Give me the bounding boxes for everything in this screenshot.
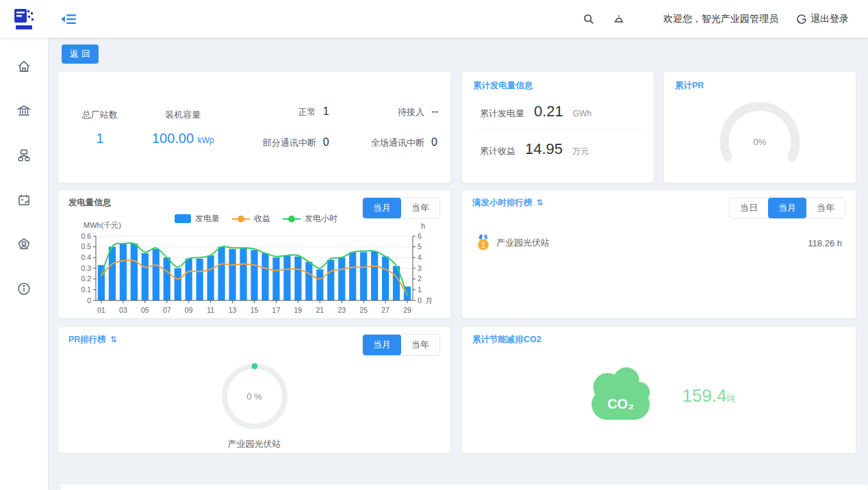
total-stations-value: 1 bbox=[65, 131, 135, 146]
right-axis-label: h bbox=[421, 222, 425, 230]
svg-text:17: 17 bbox=[272, 306, 281, 314]
left-axis-label: MWh(千元) bbox=[84, 220, 121, 231]
svg-text:25: 25 bbox=[359, 306, 368, 314]
co2-cloud-icon: CO₂ bbox=[582, 355, 663, 436]
status-full-interrupt: 全场通讯中断 0 bbox=[363, 136, 444, 149]
sidebar-item-home[interactable] bbox=[10, 53, 38, 80]
svg-text:6: 6 bbox=[418, 232, 422, 240]
pr-gauge-value: 0% bbox=[675, 137, 845, 147]
capacity-value: 100.00 kWp bbox=[135, 131, 231, 146]
search-icon[interactable] bbox=[583, 13, 595, 25]
generation-chart-title: 发电量信息 bbox=[68, 197, 112, 209]
medal-rank1-icon: 1 bbox=[476, 234, 491, 252]
cumulative-generation-title: 累计发电量信息 bbox=[473, 80, 643, 92]
hours-swatch bbox=[283, 218, 301, 220]
rank-row: 1 产业园光伏站 118.26 h bbox=[472, 234, 845, 252]
sidebar-item-calendar[interactable] bbox=[10, 186, 38, 214]
co2-title: 累计节能减排CO2 bbox=[472, 334, 845, 346]
pr-donut-value: 0 % bbox=[217, 391, 292, 402]
pr-rank-card: PR排行榜⇅ 当月 当年 0 % 产业园光伏站 bbox=[58, 327, 450, 453]
tab-current-year[interactable]: 当年 bbox=[401, 335, 439, 355]
generation-chart-svg: 000.110.220.330.440.550.66月0103050709111… bbox=[68, 232, 440, 315]
logout-button[interactable]: 退出登录 bbox=[796, 13, 849, 25]
sort-icon[interactable]: ⇅ bbox=[110, 335, 117, 344]
sidebar-item-topology[interactable] bbox=[10, 142, 38, 169]
co2-card: 累计节能减排CO2 CO₂ 159.4吨 bbox=[462, 327, 856, 453]
rank-station-name: 产业园光伏站 bbox=[496, 237, 550, 249]
sidebar-item-enterprise[interactable] bbox=[10, 97, 38, 125]
legend-generation[interactable]: 发电量 bbox=[175, 213, 220, 224]
badge-icon bbox=[16, 237, 31, 252]
svg-text:27: 27 bbox=[381, 306, 390, 314]
tab-current-month[interactable]: 当月 bbox=[363, 335, 401, 355]
pr-donut-dot bbox=[251, 363, 257, 370]
sidebar-item-badge[interactable] bbox=[10, 231, 38, 258]
revenue-swatch bbox=[232, 218, 250, 220]
left-sidebar bbox=[0, 38, 48, 490]
co2-value: 159.4 bbox=[682, 385, 726, 406]
top-header: 欢迎您，智光产业园管理员 退出登录 bbox=[0, 0, 868, 38]
svg-text:0: 0 bbox=[87, 296, 91, 305]
svg-text:09: 09 bbox=[185, 306, 193, 314]
svg-text:07: 07 bbox=[163, 306, 171, 314]
sidebar-item-info[interactable] bbox=[10, 275, 38, 302]
revenue-swatch-dot bbox=[238, 216, 244, 222]
home-icon bbox=[16, 59, 31, 74]
rank-number: 1 bbox=[481, 242, 485, 249]
svg-text:05: 05 bbox=[141, 306, 149, 314]
pr-donut-station: 产业园光伏站 bbox=[228, 438, 281, 450]
logo-icon bbox=[12, 7, 36, 31]
station-overview-card: 总厂站数 1 装机容量 100.00 kWp 正常 1 部分通讯中断 0 待接入… bbox=[58, 72, 450, 183]
pr-gauge-arc bbox=[724, 106, 795, 157]
capacity-label: 装机容量 bbox=[135, 109, 231, 121]
tab-current-month[interactable]: 当月 bbox=[768, 198, 806, 218]
cloud-shape bbox=[592, 368, 650, 420]
legend-revenue[interactable]: 收益 bbox=[232, 213, 270, 224]
tab-current-day[interactable]: 当日 bbox=[730, 198, 768, 218]
svg-text:29: 29 bbox=[403, 306, 411, 314]
cumulative-generation-card: 累计发电量信息 累计发电量 0.21 GWh 累计收益 14.95 万元 bbox=[462, 72, 654, 183]
tab-current-year[interactable]: 当年 bbox=[806, 198, 845, 218]
cumulative-pr-title: 累计PR bbox=[675, 80, 845, 92]
topology-icon bbox=[16, 148, 31, 163]
svg-text:月: 月 bbox=[425, 296, 433, 305]
svg-text:0.2: 0.2 bbox=[81, 274, 91, 283]
full-hours-rank-card: 满发小时排行榜⇅ 当日 当月 当年 1 产业园光伏站 118.26 h bbox=[462, 190, 856, 318]
svg-text:13: 13 bbox=[229, 306, 237, 314]
alarm-icon[interactable] bbox=[613, 13, 625, 25]
generation-swatch bbox=[175, 214, 191, 223]
back-button[interactable]: 返回 bbox=[62, 44, 99, 64]
svg-text:0.6: 0.6 bbox=[81, 232, 91, 240]
generation-chart-card: 发电量信息 当月 当年 发电量 收益 发电小时 MWh(千元) h 00 bbox=[58, 190, 450, 318]
tab-current-year[interactable]: 当年 bbox=[401, 198, 439, 218]
logout-label: 退出登录 bbox=[810, 13, 849, 25]
tab-current-month[interactable]: 当月 bbox=[363, 198, 401, 218]
svg-text:11: 11 bbox=[207, 306, 214, 314]
svg-text:01: 01 bbox=[97, 306, 105, 314]
calendar-check-icon bbox=[16, 192, 31, 207]
info-icon bbox=[16, 281, 31, 296]
pr-rank-title: PR排行榜⇅ bbox=[68, 334, 117, 346]
hours-swatch-dot bbox=[288, 216, 295, 222]
svg-text:2: 2 bbox=[418, 274, 422, 283]
legend-hours[interactable]: 发电小时 bbox=[283, 213, 337, 224]
app-logo[interactable] bbox=[0, 7, 48, 31]
rank-station-value: 118.26 h bbox=[808, 238, 842, 248]
full-hours-period-tabs: 当日 当月 当年 bbox=[729, 197, 845, 219]
welcome-text: 欢迎您，智光产业园管理员 bbox=[663, 13, 778, 25]
svg-text:21: 21 bbox=[316, 306, 324, 314]
status-partial-interrupt: 部分通讯中断 0 bbox=[254, 136, 335, 149]
svg-text:0: 0 bbox=[418, 296, 422, 305]
svg-text:23: 23 bbox=[337, 306, 346, 314]
sidebar-collapse-button[interactable] bbox=[60, 12, 77, 26]
co2-cloud-label: CO₂ bbox=[608, 396, 635, 411]
svg-text:19: 19 bbox=[294, 306, 303, 314]
pr-donut: 0 % 产业园光伏站 bbox=[68, 359, 440, 450]
sort-icon[interactable]: ⇅ bbox=[537, 198, 544, 207]
status-normal: 正常 1 bbox=[254, 105, 335, 118]
generation-chart-period-tabs: 当月 当年 bbox=[362, 197, 440, 219]
cumulative-revenue-row: 累计收益 14.95 万元 bbox=[473, 129, 643, 166]
capacity-unit: kWp bbox=[198, 136, 214, 145]
pr-rank-period-tabs: 当月 当年 bbox=[362, 334, 440, 356]
horizontal-scrollbar-track[interactable] bbox=[60, 485, 868, 490]
